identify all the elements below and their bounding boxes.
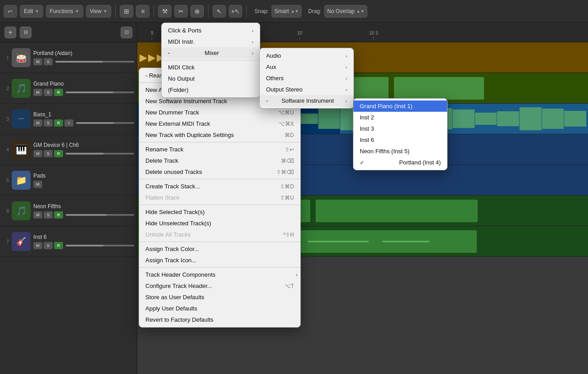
track-row[interactable]: 4 🎹 GM Device 6 | Ch6 M S R: [0, 134, 137, 165]
record-button[interactable]: R: [54, 211, 63, 219]
smart-tool-button[interactable]: ⚒: [158, 5, 172, 18]
mute-button[interactable]: M: [33, 89, 42, 96]
menu-shortcut: ⌘D: [285, 132, 294, 138]
edit-label: Edit: [24, 8, 33, 14]
track-volume-slider[interactable]: [66, 91, 134, 93]
menu-item-label: Flatten Stack: [145, 194, 280, 201]
mute-button[interactable]: M: [33, 150, 42, 157]
submenu-item-inst6[interactable]: Inst 6: [353, 134, 447, 146]
grid-view-button[interactable]: ⊞: [120, 5, 133, 18]
submenu-item-inst2[interactable]: Inst 2: [353, 112, 447, 123]
submenu-item-grand-piano[interactable]: Grand Piano (Inst 1): [353, 100, 447, 112]
submenu-item-label: Mixer: [204, 50, 219, 56]
menu-item-assign-color[interactable]: Assign Track Color...: [139, 243, 300, 255]
mute-button[interactable]: M: [33, 58, 42, 65]
menu-item-create-track-stack[interactable]: Create Track Stack... ⇧⌘D: [139, 181, 300, 192]
menu-item-assign-icon[interactable]: Assign Track Icon...: [139, 255, 300, 266]
mute-button[interactable]: M: [33, 181, 42, 188]
submenu-item-folder[interactable]: (Folder): [162, 84, 260, 96]
drag-label: Drag:: [308, 8, 321, 14]
track-row[interactable]: 6 🎵 Neon Fifths M S R: [0, 196, 137, 226]
menu-item-delete-track[interactable]: Delete Track ⌘⌫: [139, 155, 300, 166]
menu-item-track-header-components[interactable]: Track Header Components ›: [139, 269, 300, 280]
submenu-arrow-icon: ›: [345, 64, 347, 70]
track-list-header: + ⊟ ⊡: [0, 23, 137, 42]
menu-separator: [139, 142, 300, 142]
scissors-button[interactable]: ✂: [174, 5, 188, 18]
track-volume-slider[interactable]: [66, 153, 134, 155]
track-volume-slider[interactable]: [55, 61, 134, 63]
input-button[interactable]: I: [64, 119, 73, 127]
snap-button[interactable]: ⊕: [190, 5, 204, 18]
submenu-item-audio[interactable]: Audio ›: [260, 50, 353, 61]
menu-item-apply-user-defaults[interactable]: Apply User Defaults: [139, 303, 300, 314]
drag-select[interactable]: No Overlap ▲▼: [324, 5, 368, 18]
track-volume-slider[interactable]: [66, 245, 134, 246]
add-point-button[interactable]: +↖: [229, 5, 242, 18]
menu-item-revert-factory-defaults[interactable]: Revert to Factory Defaults: [139, 314, 300, 325]
submenu-arrow-icon: ›: [345, 98, 347, 104]
submenu-item-portland[interactable]: Portland (Inst 4): [353, 157, 447, 168]
track-row[interactable]: 7 🎸 Inst 6 M S R: [0, 226, 137, 257]
submenu-item-midi-instr[interactable]: MIDI Instr. ›: [162, 36, 260, 47]
solo-button[interactable]: S: [44, 150, 53, 157]
separator-4: [246, 5, 247, 18]
solo-button[interactable]: S: [44, 58, 53, 65]
menu-item-configure-track-header[interactable]: Configure Track Header... ⌥T: [139, 280, 300, 292]
track-icon-folder: 📁: [12, 171, 31, 190]
edit-menu-button[interactable]: Edit ▼: [20, 5, 43, 18]
track-volume-slider[interactable]: [66, 214, 134, 216]
record-button[interactable]: R: [54, 89, 63, 96]
solo-button[interactable]: S: [44, 211, 53, 219]
menu-item-store-user-defaults[interactable]: Store as User Defaults: [139, 292, 300, 303]
track-volume-slider[interactable]: [76, 122, 134, 124]
track-settings-button[interactable]: ⊡: [121, 27, 132, 38]
submenu-item-no-output[interactable]: No Output: [162, 73, 260, 84]
functions-menu-button[interactable]: Functions ▼: [46, 5, 83, 18]
solo-button[interactable]: S: [44, 119, 53, 127]
submenu-item-midi-click[interactable]: MIDI Click: [162, 62, 260, 73]
menu-item-rename-track[interactable]: Rename Track ⇧↩: [139, 144, 300, 155]
track-row[interactable]: 1 🥁 Portland (Aidan) M S: [0, 42, 137, 73]
track-row[interactable]: 3 〰 Bass_1 M S R I: [0, 104, 137, 134]
submenu-item-label: Inst 2: [360, 114, 374, 121]
menu-item-new-external-midi-track[interactable]: New External MIDI Track ⌥⌘X: [139, 118, 300, 129]
menu-item-label: New Track with Duplicate Settings: [145, 132, 285, 138]
submenu-item-software-instrument[interactable]: - Software Instrument ›: [260, 95, 353, 106]
functions-chevron-icon: ▼: [75, 9, 79, 14]
add-track-button[interactable]: +: [5, 27, 16, 38]
track-row[interactable]: 2 🎵 Grand Piano M S R: [0, 73, 137, 104]
track-controls: M: [33, 181, 134, 188]
record-button[interactable]: R: [54, 119, 63, 127]
track-number: 1: [3, 55, 9, 60]
list-view-button[interactable]: ≡: [136, 5, 149, 18]
menu-item-hide-selected[interactable]: Hide Selected Track(s): [139, 206, 300, 218]
record-button[interactable]: R: [54, 150, 63, 157]
solo-button[interactable]: S: [44, 242, 53, 249]
record-button[interactable]: R: [54, 242, 63, 249]
snap-chevron-icon: ▲▼: [291, 9, 299, 14]
track-arrange-button[interactable]: ⊟: [20, 27, 32, 38]
solo-button[interactable]: S: [44, 89, 53, 96]
menu-item-hide-unselected[interactable]: Hide Unselected Track(s): [139, 218, 300, 229]
submenu-item-others[interactable]: Others ›: [260, 73, 353, 84]
undo-button[interactable]: ⤺: [4, 5, 17, 18]
view-menu-button[interactable]: View ▼: [86, 5, 112, 18]
pointer-button[interactable]: ↖: [213, 5, 226, 18]
view-label: View: [90, 8, 102, 14]
submenu-item-neon-fifths[interactable]: Neon Fifths (Inst 5): [353, 146, 447, 157]
snap-select[interactable]: Smart ▲▼: [271, 5, 302, 18]
mute-button[interactable]: M: [33, 211, 42, 219]
submenu-item-output-stereo[interactable]: Output Stereo ›: [260, 84, 353, 95]
menu-item-label: Unhide All Tracks: [145, 231, 283, 238]
menu-item-new-track-duplicate[interactable]: New Track with Duplicate Settings ⌘D: [139, 129, 300, 141]
mute-button[interactable]: M: [33, 119, 42, 127]
track-row[interactable]: 5 📁 Pads M: [0, 165, 137, 196]
menu-shortcut: ⇧↩: [285, 146, 294, 153]
menu-item-delete-unused-tracks[interactable]: Delete unused Tracks ⇧⌘⌫: [139, 166, 300, 178]
submenu-item-click-ports[interactable]: Click & Ports ›: [162, 25, 260, 36]
submenu-item-aux[interactable]: Aux ›: [260, 61, 353, 73]
submenu-item-inst3[interactable]: Inst 3: [353, 123, 447, 134]
mute-button[interactable]: M: [33, 242, 42, 249]
submenu-item-mixer[interactable]: - Mixer ›: [162, 47, 260, 59]
